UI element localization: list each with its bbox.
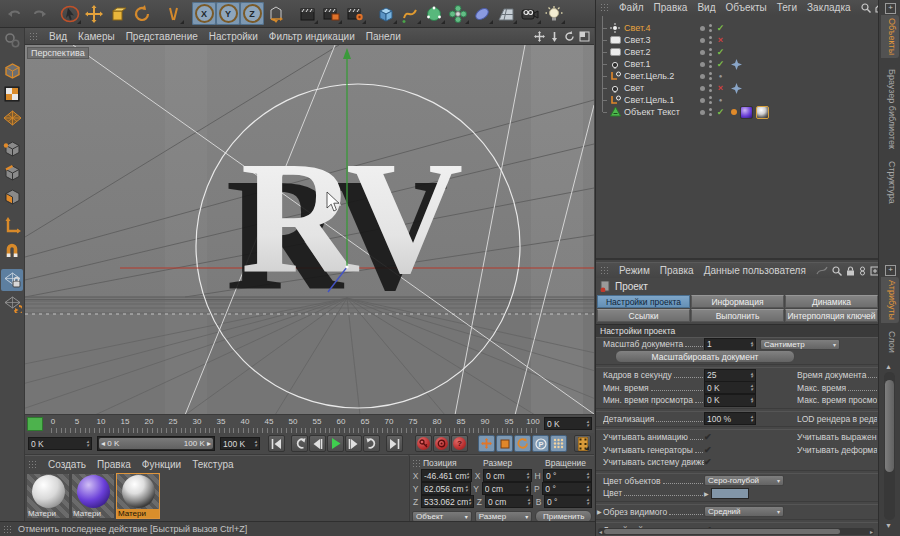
layer-dot-icon[interactable] bbox=[700, 62, 705, 67]
layer-dot-icon[interactable] bbox=[700, 26, 705, 31]
spinner-icon[interactable] bbox=[254, 440, 257, 447]
panel-detach-icon[interactable]: + bbox=[885, 3, 896, 14]
visibility-dots-icon[interactable] bbox=[709, 107, 712, 118]
enabled-check-icon[interactable]: ✓ bbox=[716, 59, 725, 69]
am-menu-mode[interactable]: Режим bbox=[619, 265, 650, 276]
object-row[interactable]: Свет.Цель.1 ● bbox=[596, 94, 879, 106]
viewport-menu-filter[interactable]: Фильтр индикации bbox=[269, 31, 355, 42]
workplane-mode-icon[interactable] bbox=[1, 293, 23, 315]
timeline-window-icon[interactable] bbox=[574, 435, 591, 452]
timeline-ruler[interactable]: 0510152025303540455055606570758085909510… bbox=[25, 414, 594, 434]
zoom-view-icon[interactable] bbox=[549, 31, 560, 42]
material-menu-edit[interactable]: Правка bbox=[97, 459, 131, 470]
link-icon[interactable] bbox=[859, 266, 866, 276]
horizontal-scrollbar[interactable]: ◂▸ bbox=[598, 528, 874, 535]
visibility-dots-icon[interactable] bbox=[709, 35, 712, 46]
om-menu-tags[interactable]: Теги bbox=[777, 2, 797, 13]
coord-mode-dropdown[interactable]: Объект▾ bbox=[412, 511, 472, 522]
next-frame-icon[interactable] bbox=[345, 435, 362, 452]
position-z-field[interactable]: 533.062 cm bbox=[421, 495, 474, 508]
key-parameter-icon[interactable]: P bbox=[532, 435, 549, 452]
polygons-mode-icon[interactable] bbox=[1, 185, 23, 207]
live-selection-icon[interactable] bbox=[58, 2, 82, 25]
loop-icon[interactable] bbox=[363, 435, 380, 452]
object-row[interactable]: Свет.2 ✓ bbox=[596, 46, 879, 58]
render-settings-icon[interactable] bbox=[343, 2, 367, 25]
tab-content-browser[interactable]: Браузер библиотек bbox=[881, 66, 899, 152]
object-row[interactable]: Свет.4 ✓ bbox=[596, 22, 879, 34]
lock-z-axis-button[interactable]: Z bbox=[240, 2, 264, 25]
coord-system-icon[interactable] bbox=[264, 2, 288, 25]
enabled-check-icon[interactable]: ✓ bbox=[716, 107, 725, 117]
prev-frame-icon[interactable] bbox=[309, 435, 326, 452]
object-row[interactable]: Свет × bbox=[596, 82, 879, 94]
end-frame-field[interactable]: 100 K bbox=[220, 437, 260, 450]
light-icon[interactable] bbox=[542, 2, 566, 25]
modeling-icon[interactable] bbox=[446, 2, 470, 25]
go-end-icon[interactable] bbox=[386, 435, 403, 452]
key-pla-icon[interactable] bbox=[550, 435, 567, 452]
om-menu-view[interactable]: Вид bbox=[697, 2, 715, 13]
generator-icon[interactable] bbox=[422, 2, 446, 25]
panel-grip-icon[interactable] bbox=[412, 459, 421, 468]
ruler-frame-field[interactable]: 0 K bbox=[544, 417, 592, 430]
size-z-field[interactable]: 0 cm bbox=[485, 495, 533, 508]
current-frame-field[interactable]: 0 K bbox=[28, 437, 92, 450]
position-y-field[interactable]: 62.056 cm bbox=[421, 482, 471, 495]
object-row[interactable]: Объект Текст ✓ bbox=[596, 106, 879, 118]
deformer-icon[interactable] bbox=[470, 2, 494, 25]
section-header[interactable]: Настройки проекта bbox=[596, 324, 879, 338]
min-preview-input[interactable]: 0 K bbox=[704, 394, 756, 407]
move-icon[interactable] bbox=[82, 2, 106, 25]
scale-unit-dropdown[interactable]: Сантиметр▾ bbox=[760, 339, 840, 350]
material-thumbnail[interactable]: Матери bbox=[27, 474, 69, 518]
fps-input[interactable]: 25 bbox=[704, 369, 756, 382]
lock-icon[interactable] bbox=[846, 266, 855, 276]
render-view-icon[interactable] bbox=[295, 2, 319, 25]
model-mode-icon[interactable] bbox=[1, 59, 23, 81]
panel-grip-icon[interactable] bbox=[29, 32, 38, 41]
panel-grip-icon[interactable] bbox=[600, 266, 609, 275]
render-picture-icon[interactable] bbox=[319, 2, 343, 25]
viewport-menu-options[interactable]: Настройки bbox=[209, 31, 258, 42]
panel-grip-icon[interactable] bbox=[28, 460, 37, 469]
visibility-dots-icon[interactable] bbox=[709, 47, 712, 58]
disabled-cross-icon[interactable]: × bbox=[716, 83, 725, 93]
target-tag[interactable] bbox=[731, 59, 742, 70]
expand-arrow-icon[interactable]: ▶ bbox=[597, 508, 602, 515]
scroll-down-icon[interactable]: ▼ bbox=[885, 522, 892, 529]
viewport-menu-panels[interactable]: Панели bbox=[366, 31, 401, 42]
material-menu-texture[interactable]: Текстура bbox=[192, 459, 233, 470]
rotate-icon[interactable] bbox=[130, 2, 154, 25]
tab-info[interactable]: Информация bbox=[691, 295, 784, 308]
key-scale-icon[interactable] bbox=[496, 435, 513, 452]
toggle-view-icon[interactable] bbox=[579, 31, 590, 42]
panel-detach-icon[interactable]: + bbox=[885, 265, 896, 276]
search-icon[interactable] bbox=[861, 3, 871, 13]
visibility-dots-icon[interactable] bbox=[709, 23, 712, 34]
om-menu-objects[interactable]: Объекты bbox=[725, 2, 766, 13]
target-tag[interactable] bbox=[731, 83, 742, 94]
enabled-check-icon[interactable]: ✓ bbox=[716, 23, 725, 33]
coord-size-dropdown[interactable]: Размер▾ bbox=[475, 511, 533, 522]
material-menu-function[interactable]: Функции bbox=[142, 459, 181, 470]
object-row[interactable]: Свет.1 ✓ bbox=[596, 58, 879, 70]
expand-arrow-icon[interactable]: ▶ bbox=[704, 490, 709, 497]
timeline-playhead[interactable] bbox=[27, 417, 43, 431]
visibility-dots-icon[interactable] bbox=[709, 71, 712, 82]
layer-dot-icon[interactable] bbox=[700, 38, 705, 43]
scale-document-button[interactable]: Масштабировать документ bbox=[615, 350, 795, 363]
search-icon[interactable] bbox=[832, 266, 842, 276]
help-icon[interactable]: ? bbox=[451, 435, 468, 452]
tab-key-interpolation[interactable]: Интерполяция ключей bbox=[785, 309, 878, 322]
lock-x-axis-button[interactable]: X bbox=[192, 2, 216, 25]
pan-view-icon[interactable] bbox=[534, 31, 545, 42]
layer-dot-icon[interactable] bbox=[700, 110, 705, 115]
rotate-view-icon[interactable] bbox=[564, 31, 575, 42]
spinner-icon[interactable] bbox=[586, 420, 589, 427]
min-time-input[interactable]: 0 K bbox=[704, 381, 756, 394]
object-row[interactable]: Свет.3 × bbox=[596, 34, 879, 46]
panel-grip-icon[interactable] bbox=[3, 525, 12, 534]
layer-dot-icon[interactable] bbox=[700, 50, 705, 55]
go-start-icon[interactable] bbox=[268, 435, 285, 452]
